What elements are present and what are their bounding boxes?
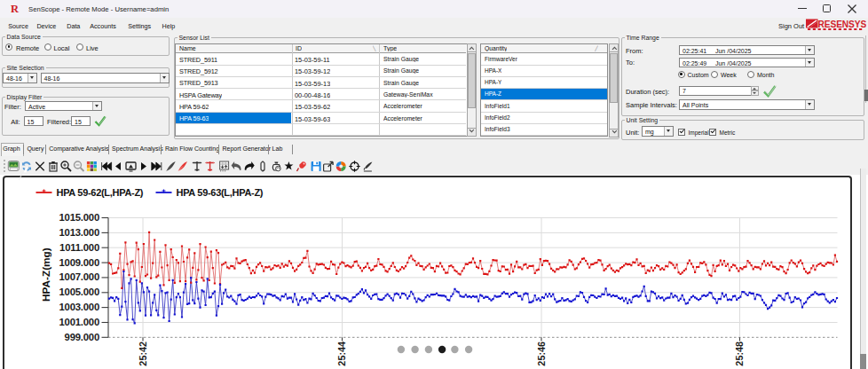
svg-text:1009.000: 1009.000 [59, 257, 99, 268]
svg-text:1013.000: 1013.000 [59, 227, 99, 238]
svg-text:25:44: 25:44 [336, 342, 347, 366]
svg-text:25:42: 25:42 [138, 342, 148, 366]
svg-text:25:48: 25:48 [734, 342, 745, 366]
svg-text:1001.000: 1001.000 [59, 317, 99, 327]
svg-text:1015.000: 1015.000 [59, 212, 99, 223]
svg-text:HPA 59-62(L,HPA-Z): HPA 59-62(L,HPA-Z) [57, 187, 144, 198]
svg-text:1011.000: 1011.000 [59, 242, 99, 253]
svg-text:RESENSYS: RESENSYS [818, 20, 867, 29]
svg-text:1007.000: 1007.000 [59, 271, 99, 282]
svg-text:1005.000: 1005.000 [59, 287, 99, 297]
svg-text:1003.000: 1003.000 [59, 302, 99, 312]
svg-text:999.000: 999.000 [65, 332, 99, 342]
svg-text:HPA-Z(mg): HPA-Z(mg) [40, 247, 52, 302]
svg-text:HPA 59-63(L,HPA-Z): HPA 59-63(L,HPA-Z) [177, 187, 264, 198]
svg-text:25:46: 25:46 [536, 342, 547, 366]
